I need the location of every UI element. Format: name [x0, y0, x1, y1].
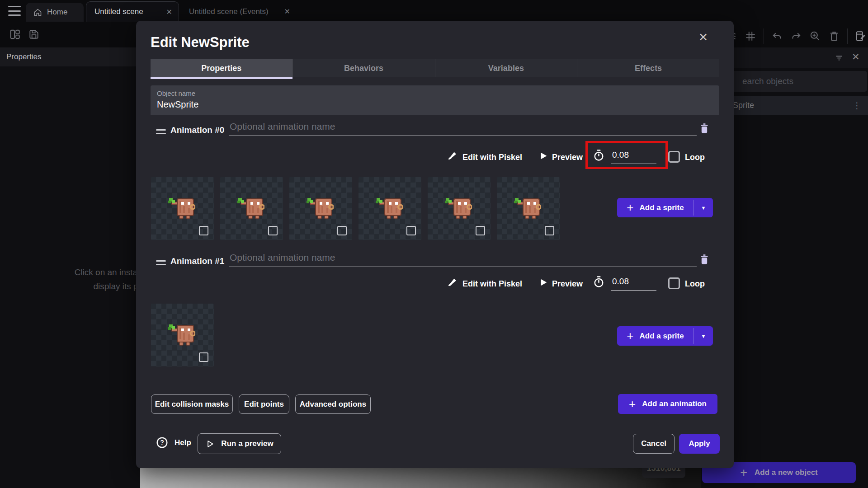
edit-sheet-icon[interactable] [855, 30, 867, 42]
frame-select-checkbox[interactable] [476, 226, 485, 235]
delete-animation-1-button[interactable] [698, 253, 710, 267]
time-between-frames-input-1[interactable] [611, 276, 656, 291]
edit-collision-masks-button[interactable]: Edit collision masks [151, 394, 233, 414]
tab-untitled-scene-events[interactable]: Untitled scene (Events) ✕ [181, 1, 297, 22]
redo-icon[interactable] [790, 30, 802, 42]
delete-animation-0-button[interactable] [698, 122, 710, 136]
preview-label-0[interactable]: Preview [552, 153, 583, 162]
add-sprite-main[interactable]: + Add a sprite [617, 326, 693, 346]
trash-icon[interactable] [828, 30, 840, 42]
frame-select-checkbox[interactable] [337, 226, 347, 235]
frame-select-checkbox[interactable] [406, 226, 416, 235]
loop-checkbox-1[interactable] [668, 277, 680, 289]
plus-icon: + [627, 329, 633, 343]
edit-points-button[interactable]: Edit points [239, 394, 289, 414]
tab-close-icon[interactable]: ✕ [166, 8, 172, 16]
animation-0-name-input[interactable] [229, 121, 697, 136]
animation-0-frames [151, 177, 560, 240]
advanced-options-button[interactable]: Advanced options [295, 394, 371, 414]
scene-canvas-edge [140, 468, 701, 488]
tab-home[interactable]: Home [26, 3, 84, 22]
filter-icon[interactable] [834, 53, 844, 63]
add-new-object-label: Add a new object [755, 468, 818, 477]
time-between-frames-input-0[interactable] [611, 149, 656, 164]
pig-sprite-image [445, 195, 472, 220]
tab-untitled-scene[interactable]: Untitled scene ✕ [86, 1, 179, 22]
add-sprite-label: Add a sprite [639, 332, 684, 341]
properties-panel-header: Properties [0, 47, 140, 66]
edit-with-piskel-button-0[interactable] [447, 150, 458, 161]
animation-1-name-input[interactable] [229, 252, 697, 267]
edit-with-piskel-label-0[interactable]: Edit with Piskel [462, 153, 522, 162]
grid-icon[interactable] [745, 30, 756, 42]
sprite-frame-thumbnail[interactable] [220, 177, 283, 240]
object-name-input[interactable] [157, 99, 713, 110]
brush-icon [447, 150, 458, 161]
frame-select-checkbox[interactable] [199, 352, 208, 362]
pig-sprite-image [307, 195, 334, 220]
animation-drag-handle[interactable] [156, 129, 166, 134]
play-outline-icon [205, 439, 215, 449]
add-sprite-dropdown-arrow[interactable]: ▼ [694, 198, 713, 217]
frame-select-checkbox[interactable] [545, 226, 554, 235]
stopwatch-icon [593, 276, 605, 288]
preview-button-0[interactable] [538, 151, 548, 161]
object-name-field: Object name [151, 85, 719, 115]
sprite-frame-thumbnail[interactable] [289, 177, 352, 240]
tab-label: Untitled scene [94, 7, 143, 16]
animation-drag-handle[interactable] [156, 260, 166, 265]
tab-effects[interactable]: Effects [577, 59, 719, 77]
svg-text:?: ? [160, 439, 164, 446]
help-button[interactable]: ? Help [156, 436, 191, 449]
preview-label-1[interactable]: Preview [552, 279, 583, 289]
cancel-button[interactable]: Cancel [633, 434, 675, 454]
sprite-frame-thumbnail[interactable] [359, 177, 421, 240]
toolbar-divider [764, 28, 764, 44]
plus-icon: + [627, 201, 633, 215]
preview-button-1[interactable] [538, 277, 548, 287]
save-icon[interactable] [28, 28, 40, 40]
pig-sprite-image [168, 322, 195, 347]
time-between-frames-field-0 [593, 149, 656, 164]
dialog-close-icon[interactable]: ✕ [698, 31, 708, 44]
sprite-frame-thumbnail[interactable] [428, 177, 491, 240]
tab-close-icon[interactable]: ✕ [284, 7, 290, 16]
dialog-tab-bar: Properties Behaviors Variables Effects [151, 59, 719, 77]
loop-label-0: Loop [685, 153, 705, 162]
zoom-in-icon[interactable] [809, 30, 821, 42]
sprite-frame-thumbnail[interactable] [151, 177, 214, 240]
edit-with-piskel-button-1[interactable] [447, 277, 458, 287]
app-window: Home Untitled scene ✕ Untitled scene (Ev… [0, 0, 868, 488]
sprite-frame-thumbnail[interactable] [497, 177, 560, 240]
run-preview-button[interactable]: Run a preview [198, 433, 281, 454]
loop-checkbox-0[interactable] [668, 151, 680, 163]
add-sprite-button-0[interactable]: + Add a sprite ▼ [617, 198, 713, 217]
play-icon [538, 151, 548, 161]
tab-home-label: Home [47, 8, 67, 17]
hamburger-menu-icon[interactable] [8, 6, 21, 16]
panel-close-icon[interactable]: ✕ [852, 52, 860, 62]
sprite-frame-thumbnail[interactable] [151, 304, 214, 366]
object-options-dots-icon[interactable]: ⋮ [853, 100, 861, 111]
frame-select-checkbox[interactable] [199, 226, 208, 235]
add-animation-label: Add an animation [642, 399, 707, 408]
add-sprite-main[interactable]: + Add a sprite [617, 198, 693, 217]
animation-1-label: Animation #1 [170, 256, 224, 266]
pig-sprite-image [168, 195, 195, 220]
undo-icon[interactable] [771, 30, 783, 42]
add-sprite-label: Add a sprite [639, 203, 684, 212]
apply-button[interactable]: Apply [679, 434, 720, 454]
add-sprite-dropdown-arrow[interactable]: ▼ [694, 326, 713, 346]
brush-icon [447, 277, 458, 287]
add-sprite-button-1[interactable]: + Add a sprite ▼ [617, 326, 713, 346]
tab-behaviors[interactable]: Behaviors [293, 59, 435, 77]
pig-sprite-image [514, 195, 541, 220]
properties-empty-message: Click on an instance in the sce display … [13, 265, 140, 293]
tab-properties[interactable]: Properties [151, 59, 293, 77]
add-animation-button[interactable]: + Add an animation [618, 394, 717, 414]
frame-select-checkbox[interactable] [268, 226, 278, 235]
tab-variables[interactable]: Variables [435, 59, 578, 77]
panels-layout-icon[interactable] [9, 28, 21, 40]
trash-icon [698, 122, 710, 135]
edit-with-piskel-label-1[interactable]: Edit with Piskel [462, 279, 522, 289]
